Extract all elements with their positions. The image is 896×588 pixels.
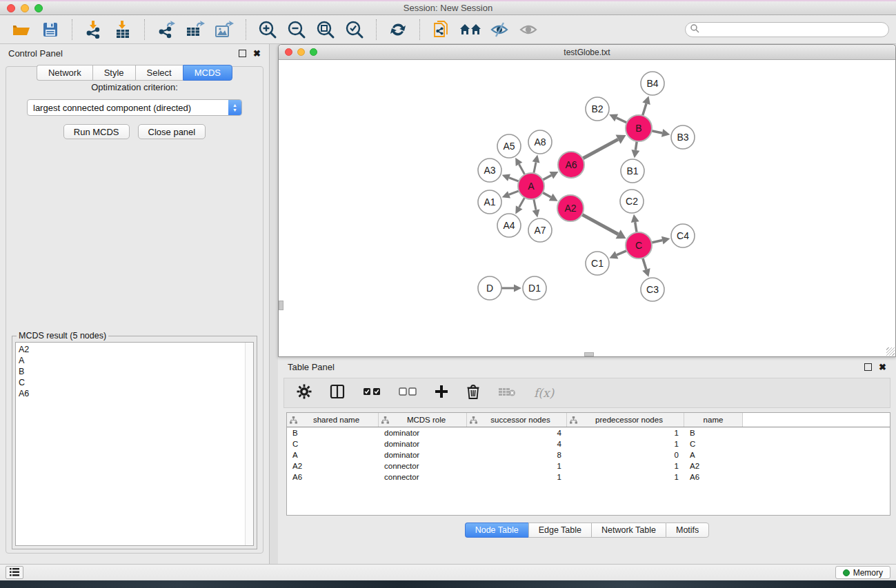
- table-cell[interactable]: 1: [567, 427, 684, 438]
- zoom-fit-button[interactable]: [311, 19, 340, 41]
- table-cell[interactable]: connector: [379, 472, 467, 483]
- criterion-dropdown[interactable]: largest connected component (directed) ▲…: [27, 99, 242, 116]
- close-panel-button[interactable]: Close panel: [138, 124, 206, 139]
- table-cell[interactable]: dominator: [379, 449, 467, 460]
- tab-network-table[interactable]: Network Table: [591, 523, 666, 538]
- network-close-button[interactable]: [285, 48, 292, 56]
- minimize-window-button[interactable]: [21, 4, 29, 12]
- tab-node-table[interactable]: Node Table: [465, 523, 528, 538]
- close-panel-icon[interactable]: ✖: [253, 50, 261, 57]
- close-window-button[interactable]: [7, 4, 15, 12]
- table-cell[interactable]: 1: [567, 438, 684, 449]
- export-network-button[interactable]: [152, 19, 181, 41]
- edge-C-C1[interactable]: [617, 251, 627, 255]
- horizontal-scrollbar-thumb[interactable]: [584, 352, 594, 356]
- result-item[interactable]: A6: [19, 388, 245, 399]
- edge-A-A1[interactable]: [509, 191, 519, 194]
- network-zoom-button[interactable]: [310, 48, 317, 56]
- export-image-button[interactable]: [210, 19, 239, 41]
- export-table-button[interactable]: [181, 19, 210, 41]
- zoom-window-button[interactable]: [34, 4, 43, 12]
- tab-select[interactable]: Select: [135, 65, 183, 81]
- houses-button[interactable]: [456, 19, 485, 41]
- search-input[interactable]: [699, 25, 888, 34]
- result-item[interactable]: C: [19, 377, 245, 388]
- edge-C-C4[interactable]: [652, 241, 663, 243]
- table-row[interactable]: Bdominator41B: [287, 427, 890, 438]
- hide-selected-button[interactable]: [485, 19, 514, 41]
- table-cell[interactable]: 1: [567, 460, 684, 472]
- table-cell[interactable]: A6: [287, 472, 379, 483]
- table-row[interactable]: Cdominator41C: [287, 438, 890, 449]
- table-cell[interactable]: A: [287, 449, 379, 460]
- close-table-panel-icon[interactable]: ✖: [879, 363, 886, 371]
- table-cell[interactable]: 4: [467, 427, 567, 438]
- import-table-button[interactable]: [108, 19, 137, 41]
- table-cell[interactable]: dominator: [379, 438, 467, 449]
- refresh-button[interactable]: [384, 19, 412, 41]
- network-minimize-button[interactable]: [297, 48, 305, 56]
- edge-A2-C[interactable]: [582, 214, 618, 234]
- tab-edge-table[interactable]: Edge Table: [528, 523, 591, 538]
- table-cell[interactable]: 8: [467, 449, 567, 460]
- table-settings-button[interactable]: [297, 384, 312, 402]
- table-cell[interactable]: A6: [684, 472, 743, 483]
- edge-B-B4[interactable]: [643, 103, 646, 116]
- zoom-selected-button[interactable]: [340, 19, 369, 41]
- tab-mcds[interactable]: MCDS: [183, 65, 232, 81]
- edge-A-A6[interactable]: [543, 175, 552, 180]
- memory-button[interactable]: Memory: [835, 566, 890, 579]
- task-history-button[interactable]: [6, 566, 23, 579]
- table-cell[interactable]: B: [287, 427, 379, 438]
- search-field[interactable]: [685, 22, 889, 37]
- result-item[interactable]: B: [19, 366, 245, 377]
- deselect-all-columns-button[interactable]: [399, 387, 417, 399]
- save-session-button[interactable]: [36, 19, 65, 41]
- delete-column-button[interactable]: [466, 384, 480, 402]
- table-cell[interactable]: A: [684, 449, 743, 460]
- vertical-scrollbar-thumb[interactable]: [279, 301, 283, 310]
- edge-A-A3[interactable]: [509, 178, 519, 181]
- tab-network[interactable]: Network: [37, 65, 92, 81]
- zoom-out-button[interactable]: [282, 19, 311, 41]
- edge-A6-B[interactable]: [583, 139, 618, 159]
- column-header-name[interactable]: name: [684, 413, 743, 427]
- tab-motifs[interactable]: Motifs: [666, 523, 709, 538]
- column-header-shared-name[interactable]: shared name: [287, 413, 379, 427]
- table-cell[interactable]: dominator: [379, 427, 467, 438]
- network-window-titlebar[interactable]: testGlobe.txt: [279, 45, 895, 60]
- table-cell[interactable]: A2: [287, 460, 379, 472]
- column-header-successor-nodes[interactable]: successor nodes: [467, 413, 567, 427]
- edge-C-C2[interactable]: [635, 222, 637, 232]
- table-cell[interactable]: connector: [379, 460, 467, 472]
- network-graph[interactable]: AA1A2A3A4A5A6A7A8BB1B2B3B4CC1C2C3C4DD1: [279, 60, 895, 356]
- run-mcds-button[interactable]: Run MCDS: [63, 124, 130, 139]
- zoom-in-button[interactable]: [253, 19, 282, 41]
- edge-B-B2[interactable]: [617, 118, 627, 123]
- new-network-from-selection-button[interactable]: [427, 19, 456, 41]
- edge-B-B1[interactable]: [635, 141, 637, 150]
- node-table[interactable]: shared nameMCDS rolesuccessor nodesprede…: [286, 412, 890, 516]
- import-network-button[interactable]: [79, 19, 108, 41]
- edge-C-C3[interactable]: [643, 258, 646, 270]
- table-cell[interactable]: 1: [467, 472, 567, 483]
- edge-A-A2[interactable]: [543, 192, 551, 197]
- window-resize-grip[interactable]: [886, 347, 895, 356]
- float-table-panel-icon[interactable]: [864, 363, 872, 371]
- edge-A-A4[interactable]: [519, 198, 525, 207]
- tab-style[interactable]: Style: [92, 65, 135, 81]
- table-row[interactable]: Adominator80A: [287, 449, 890, 460]
- column-header-predecessor-nodes[interactable]: predecessor nodes: [567, 413, 684, 427]
- table-cell[interactable]: 1: [567, 472, 684, 483]
- edge-A-A8[interactable]: [534, 162, 536, 173]
- table-cell[interactable]: C: [684, 438, 743, 449]
- result-item[interactable]: A: [19, 355, 245, 366]
- table-cell[interactable]: B: [684, 427, 743, 438]
- open-file-button[interactable]: [7, 19, 36, 41]
- result-list-scrollbar[interactable]: [245, 343, 253, 545]
- table-row[interactable]: A2connector11A2: [287, 460, 890, 472]
- table-cell[interactable]: C: [287, 438, 379, 449]
- function-builder-button[interactable]: f(x): [534, 386, 554, 400]
- float-panel-icon[interactable]: [239, 50, 246, 57]
- select-all-columns-button[interactable]: [363, 387, 381, 399]
